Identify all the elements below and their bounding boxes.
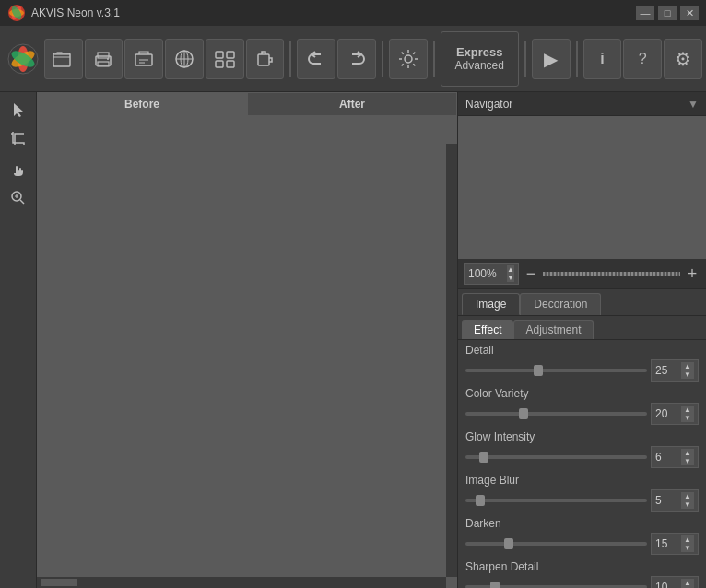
darken-setting: Darken 15 ▲ ▼ (465, 517, 699, 555)
hand-tool[interactable] (5, 155, 32, 182)
svg-rect-19 (227, 61, 234, 67)
adjustment-sub-tab[interactable]: Adjustment (513, 320, 593, 339)
plugin-button[interactable] (246, 39, 285, 79)
color-variety-input[interactable]: 20 ▲ ▼ (651, 403, 699, 425)
color-variety-up[interactable]: ▲ (681, 406, 694, 414)
left-tools (0, 92, 37, 588)
open-button[interactable] (44, 39, 83, 79)
sharpen-detail-up[interactable]: ▲ (681, 579, 694, 587)
canvas-viewport[interactable] (37, 116, 457, 588)
detail-thumb[interactable] (534, 365, 543, 376)
darken-up[interactable]: ▲ (681, 535, 694, 544)
close-button[interactable]: ✕ (680, 6, 699, 20)
image-blur-thumb[interactable] (476, 495, 485, 506)
app-title: AKVIS Neon v.3.1 (31, 6, 120, 19)
darken-slider[interactable] (465, 542, 647, 546)
detail-value: 25 (655, 364, 667, 377)
minimize-button[interactable]: — (636, 6, 654, 20)
toolbar: Express Advanced ▶ i ? ⚙ (0, 26, 706, 92)
zoom-tool[interactable] (5, 184, 32, 212)
process-button[interactable] (389, 39, 428, 79)
help-button[interactable]: ? (623, 39, 662, 79)
zoom-out-button[interactable]: − (523, 265, 539, 282)
detail-input[interactable]: 25 ▲ ▼ (651, 359, 699, 382)
navigator-arrow-icon: ▼ (688, 98, 699, 111)
navigator-title: Navigator (465, 98, 512, 111)
image-blur-value: 5 (655, 494, 662, 507)
image-blur-slider[interactable] (465, 499, 647, 502)
info-button[interactable]: i (583, 39, 622, 79)
web-button[interactable] (165, 39, 204, 79)
glow-intensity-slider[interactable] (465, 455, 647, 459)
title-left: AKVIS Neon v.3.1 (7, 4, 120, 22)
play-button[interactable]: ▶ (532, 39, 571, 79)
color-variety-down[interactable]: ▼ (681, 414, 694, 422)
image-tab[interactable]: Image (462, 293, 520, 315)
effect-sub-tab[interactable]: Effect (462, 320, 513, 339)
zoom-up-btn[interactable]: ▲ (507, 265, 514, 274)
batch-button[interactable] (206, 39, 244, 79)
glow-intensity-down[interactable]: ▼ (681, 457, 694, 465)
sharpen-detail-thumb[interactable] (490, 582, 500, 588)
panel-tabs: Image Decoration (458, 289, 706, 316)
detail-slider[interactable] (465, 369, 647, 372)
detail-down[interactable]: ▼ (681, 370, 694, 379)
glow-intensity-up[interactable]: ▲ (681, 449, 694, 457)
settings-area: Detail 25 ▲ ▼ Color Variety (458, 340, 706, 588)
settings-icon: ⚙ (675, 48, 691, 70)
toolbar-divider3 (433, 41, 435, 77)
express-label: Express (456, 45, 503, 59)
main-content: Before After Navigator ▼ 100% (0, 92, 706, 588)
toolbar-divider1 (289, 41, 291, 77)
zoom-down-btn[interactable]: ▼ (507, 274, 514, 282)
navigator-header: Navigator ▼ (458, 92, 706, 116)
scrollbar-horizontal[interactable] (37, 577, 446, 588)
scrollbar-horizontal-thumb[interactable] (41, 579, 77, 586)
color-variety-thumb[interactable] (519, 408, 528, 419)
color-variety-label: Color Variety (465, 387, 699, 400)
glow-intensity-input[interactable]: 6 ▲ ▼ (651, 446, 699, 468)
print2-button[interactable] (124, 39, 163, 79)
color-variety-value: 20 (655, 407, 667, 420)
color-variety-control: 20 ▲ ▼ (465, 403, 699, 425)
redo-button[interactable] (337, 39, 376, 79)
zoom-slider-track[interactable] (543, 272, 680, 276)
before-tab[interactable]: Before (37, 92, 247, 116)
color-variety-setting: Color Variety 20 ▲ ▼ (465, 387, 699, 425)
svg-point-12 (107, 58, 109, 60)
image-blur-up[interactable]: ▲ (681, 492, 694, 500)
sharpen-detail-input[interactable]: 10 ▲ ▼ (651, 576, 699, 588)
after-tab[interactable]: After (247, 92, 457, 116)
color-variety-slider[interactable] (465, 412, 647, 416)
print-button[interactable] (85, 39, 124, 79)
glow-intensity-thumb[interactable] (479, 452, 488, 463)
svg-point-21 (405, 55, 412, 63)
darken-control: 15 ▲ ▼ (465, 533, 699, 555)
cursor-tool[interactable] (5, 96, 32, 123)
sharpen-detail-spinners: ▲ ▼ (681, 579, 694, 588)
express-advanced-selector[interactable]: Express Advanced (441, 31, 519, 87)
darken-input[interactable]: 15 ▲ ▼ (651, 533, 699, 555)
glow-intensity-value: 6 (655, 451, 662, 464)
scrollbar-vertical[interactable] (446, 116, 457, 577)
glow-intensity-setting: Glow Intensity 6 ▲ ▼ (465, 430, 699, 468)
app-settings-button[interactable]: ⚙ (664, 39, 702, 79)
svg-rect-10 (98, 53, 109, 58)
decoration-tab[interactable]: Decoration (520, 293, 601, 315)
detail-up[interactable]: ▲ (681, 362, 694, 370)
image-blur-label: Image Blur (465, 474, 699, 487)
info-icon: i (600, 51, 604, 67)
darken-thumb[interactable] (504, 538, 513, 549)
darken-down[interactable]: ▼ (681, 544, 694, 552)
toolbar-logo (4, 39, 42, 79)
image-blur-down[interactable]: ▼ (681, 500, 694, 509)
image-blur-input[interactable]: 5 ▲ ▼ (651, 489, 699, 512)
scrollbar-vertical-thumb[interactable] (446, 116, 457, 144)
zoom-in-button[interactable]: + (684, 265, 700, 282)
crop-tool[interactable] (5, 125, 32, 153)
darken-label: Darken (465, 517, 699, 530)
undo-button[interactable] (297, 39, 335, 79)
toolbar-divider2 (382, 41, 383, 77)
title-bar: AKVIS Neon v.3.1 — □ ✕ (0, 0, 706, 26)
maximize-button[interactable]: □ (658, 6, 677, 20)
